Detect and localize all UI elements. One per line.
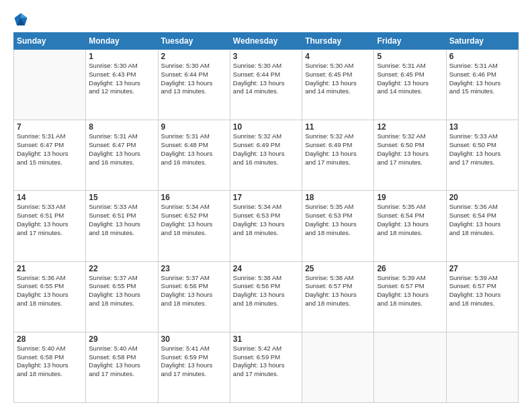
calendar-cell: 11Sunrise: 5:32 AM Sunset: 6:49 PM Dayli…	[302, 120, 374, 191]
day-info: Sunrise: 5:38 AM Sunset: 6:57 PM Dayligh…	[305, 274, 371, 308]
header	[13, 12, 519, 27]
day-info: Sunrise: 5:35 AM Sunset: 6:53 PM Dayligh…	[305, 203, 371, 237]
week-row-4: 21Sunrise: 5:36 AM Sunset: 6:55 PM Dayli…	[14, 261, 519, 332]
day-info: Sunrise: 5:40 AM Sunset: 6:58 PM Dayligh…	[89, 345, 154, 379]
svg-marker-1	[21, 13, 28, 17]
day-number: 26	[377, 264, 443, 273]
weekday-header-sunday: Sunday	[14, 33, 86, 50]
weekday-header-monday: Monday	[86, 33, 158, 50]
day-info: Sunrise: 5:30 AM Sunset: 6:44 PM Dayligh…	[161, 62, 227, 96]
calendar-cell: 3Sunrise: 5:30 AM Sunset: 6:44 PM Daylig…	[230, 50, 302, 120]
day-info: Sunrise: 5:34 AM Sunset: 6:52 PM Dayligh…	[161, 203, 227, 237]
calendar-cell: 28Sunrise: 5:40 AM Sunset: 6:58 PM Dayli…	[14, 332, 86, 402]
day-info: Sunrise: 5:31 AM Sunset: 6:47 PM Dayligh…	[17, 132, 83, 167]
week-row-1: 1Sunrise: 5:30 AM Sunset: 6:43 PM Daylig…	[14, 50, 519, 120]
calendar-cell: 7Sunrise: 5:31 AM Sunset: 6:47 PM Daylig…	[14, 120, 86, 191]
weekday-header-tuesday: Tuesday	[158, 33, 230, 50]
calendar-cell: 27Sunrise: 5:39 AM Sunset: 6:57 PM Dayli…	[446, 261, 518, 332]
day-info: Sunrise: 5:39 AM Sunset: 6:57 PM Dayligh…	[449, 274, 515, 308]
day-number: 12	[377, 122, 443, 132]
day-info: Sunrise: 5:32 AM Sunset: 6:50 PM Dayligh…	[377, 132, 443, 167]
day-number: 1	[89, 52, 154, 61]
calendar-cell: 10Sunrise: 5:32 AM Sunset: 6:49 PM Dayli…	[230, 120, 302, 191]
calendar-cell: 17Sunrise: 5:34 AM Sunset: 6:53 PM Dayli…	[230, 191, 302, 261]
calendar-cell	[302, 332, 374, 402]
day-info: Sunrise: 5:37 AM Sunset: 6:55 PM Dayligh…	[89, 274, 154, 308]
day-number: 13	[449, 122, 515, 132]
week-row-3: 14Sunrise: 5:33 AM Sunset: 6:51 PM Dayli…	[14, 191, 519, 261]
day-info: Sunrise: 5:31 AM Sunset: 6:45 PM Dayligh…	[377, 62, 443, 96]
calendar-cell: 21Sunrise: 5:36 AM Sunset: 6:55 PM Dayli…	[14, 261, 86, 332]
day-number: 24	[233, 264, 299, 273]
calendar-cell: 1Sunrise: 5:30 AM Sunset: 6:43 PM Daylig…	[86, 50, 158, 120]
day-number: 22	[89, 264, 154, 273]
day-number: 6	[449, 52, 515, 61]
day-info: Sunrise: 5:32 AM Sunset: 6:49 PM Dayligh…	[233, 132, 299, 167]
calendar-cell: 26Sunrise: 5:39 AM Sunset: 6:57 PM Dayli…	[374, 261, 446, 332]
day-number: 16	[161, 193, 227, 202]
calendar-cell: 22Sunrise: 5:37 AM Sunset: 6:55 PM Dayli…	[86, 261, 158, 332]
day-number: 29	[89, 334, 154, 344]
day-number: 25	[305, 264, 371, 273]
weekday-header-friday: Friday	[374, 33, 446, 50]
week-row-2: 7Sunrise: 5:31 AM Sunset: 6:47 PM Daylig…	[14, 120, 519, 191]
day-info: Sunrise: 5:31 AM Sunset: 6:48 PM Dayligh…	[161, 132, 227, 167]
day-info: Sunrise: 5:30 AM Sunset: 6:43 PM Dayligh…	[89, 62, 154, 96]
day-number: 21	[17, 264, 83, 273]
day-number: 23	[161, 264, 227, 273]
calendar-cell: 29Sunrise: 5:40 AM Sunset: 6:58 PM Dayli…	[86, 332, 158, 402]
day-info: Sunrise: 5:38 AM Sunset: 6:56 PM Dayligh…	[233, 274, 299, 308]
day-number: 5	[377, 52, 443, 61]
day-number: 4	[305, 52, 371, 61]
day-info: Sunrise: 5:35 AM Sunset: 6:54 PM Dayligh…	[377, 203, 443, 237]
calendar-cell: 14Sunrise: 5:33 AM Sunset: 6:51 PM Dayli…	[14, 191, 86, 261]
day-info: Sunrise: 5:34 AM Sunset: 6:53 PM Dayligh…	[233, 203, 299, 237]
logo	[13, 12, 31, 27]
calendar-cell: 2Sunrise: 5:30 AM Sunset: 6:44 PM Daylig…	[158, 50, 230, 120]
day-info: Sunrise: 5:36 AM Sunset: 6:55 PM Dayligh…	[17, 274, 83, 308]
day-number: 18	[305, 193, 371, 202]
calendar-cell: 24Sunrise: 5:38 AM Sunset: 6:56 PM Dayli…	[230, 261, 302, 332]
calendar-cell: 5Sunrise: 5:31 AM Sunset: 6:45 PM Daylig…	[374, 50, 446, 120]
day-number: 27	[449, 264, 515, 273]
day-number: 20	[449, 193, 515, 202]
calendar-cell: 30Sunrise: 5:41 AM Sunset: 6:59 PM Dayli…	[158, 332, 230, 402]
calendar-cell: 6Sunrise: 5:31 AM Sunset: 6:46 PM Daylig…	[446, 50, 518, 120]
day-info: Sunrise: 5:33 AM Sunset: 6:50 PM Dayligh…	[449, 132, 515, 167]
day-number: 9	[161, 122, 227, 132]
calendar-cell: 19Sunrise: 5:35 AM Sunset: 6:54 PM Dayli…	[374, 191, 446, 261]
calendar-cell	[446, 332, 518, 402]
day-info: Sunrise: 5:30 AM Sunset: 6:44 PM Dayligh…	[233, 62, 299, 96]
day-info: Sunrise: 5:42 AM Sunset: 6:59 PM Dayligh…	[233, 345, 299, 379]
page: SundayMondayTuesdayWednesdayThursdayFrid…	[0, 0, 532, 411]
day-info: Sunrise: 5:40 AM Sunset: 6:58 PM Dayligh…	[17, 345, 83, 379]
weekday-header-wednesday: Wednesday	[230, 33, 302, 50]
day-info: Sunrise: 5:41 AM Sunset: 6:59 PM Dayligh…	[161, 345, 227, 379]
day-info: Sunrise: 5:36 AM Sunset: 6:54 PM Dayligh…	[449, 203, 515, 237]
calendar-cell	[14, 50, 86, 120]
calendar-cell: 4Sunrise: 5:30 AM Sunset: 6:45 PM Daylig…	[302, 50, 374, 120]
day-number: 7	[17, 122, 83, 132]
day-number: 8	[89, 122, 154, 132]
calendar-cell: 20Sunrise: 5:36 AM Sunset: 6:54 PM Dayli…	[446, 191, 518, 261]
calendar-cell: 23Sunrise: 5:37 AM Sunset: 6:56 PM Dayli…	[158, 261, 230, 332]
day-info: Sunrise: 5:31 AM Sunset: 6:46 PM Dayligh…	[449, 62, 515, 96]
week-row-5: 28Sunrise: 5:40 AM Sunset: 6:58 PM Dayli…	[14, 332, 519, 402]
day-number: 2	[161, 52, 227, 61]
calendar-cell: 25Sunrise: 5:38 AM Sunset: 6:57 PM Dayli…	[302, 261, 374, 332]
weekday-header-thursday: Thursday	[302, 33, 374, 50]
day-number: 17	[233, 193, 299, 202]
day-number: 19	[377, 193, 443, 202]
day-info: Sunrise: 5:31 AM Sunset: 6:47 PM Dayligh…	[89, 132, 154, 167]
day-number: 28	[17, 334, 83, 344]
calendar-cell: 15Sunrise: 5:33 AM Sunset: 6:51 PM Dayli…	[86, 191, 158, 261]
day-info: Sunrise: 5:39 AM Sunset: 6:57 PM Dayligh…	[377, 274, 443, 308]
calendar-cell	[374, 332, 446, 402]
day-info: Sunrise: 5:33 AM Sunset: 6:51 PM Dayligh…	[89, 203, 154, 237]
calendar-table: SundayMondayTuesdayWednesdayThursdayFrid…	[13, 32, 519, 403]
calendar-cell: 8Sunrise: 5:31 AM Sunset: 6:47 PM Daylig…	[86, 120, 158, 191]
day-info: Sunrise: 5:33 AM Sunset: 6:51 PM Dayligh…	[17, 203, 83, 237]
day-number: 10	[233, 122, 299, 132]
calendar-cell: 31Sunrise: 5:42 AM Sunset: 6:59 PM Dayli…	[230, 332, 302, 402]
calendar-cell: 16Sunrise: 5:34 AM Sunset: 6:52 PM Dayli…	[158, 191, 230, 261]
